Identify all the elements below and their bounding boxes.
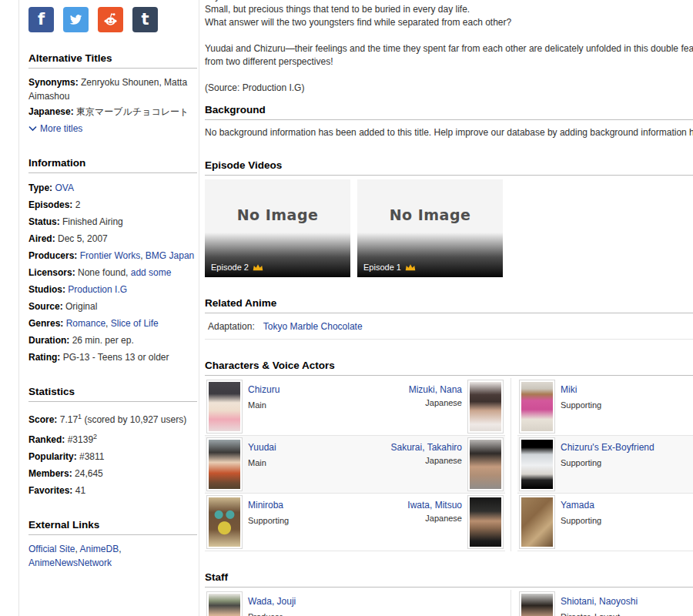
stat-favorites-row: Favorites: 41 xyxy=(28,482,197,499)
info-status-row: Status: Finished Airing xyxy=(28,213,197,230)
synonyms-label: Synonyms: xyxy=(28,77,79,88)
background-text: No background information has been added… xyxy=(205,126,693,139)
character-image-chizuru[interactable] xyxy=(206,380,243,434)
character-image-miki[interactable] xyxy=(519,380,555,434)
stat-popularity-row: Popularity: #3811 xyxy=(28,448,197,465)
staff-image-wada-jouji[interactable] xyxy=(206,591,243,616)
characters-tables: Chizuru Main Mizuki, Nana Japanese Yuuda… xyxy=(205,378,693,551)
voice-actor-name-link[interactable]: Mizuki, Nana xyxy=(409,384,462,395)
producer-link-bmg-japan[interactable]: BMG Japan xyxy=(146,250,194,261)
related-anime-row: Adaptation: Tokyo Marble Chocolate xyxy=(205,316,693,340)
character-image-yuudai[interactable] xyxy=(206,437,243,491)
character-name-link[interactable]: Miniroba xyxy=(248,500,283,511)
genre-link-romance[interactable]: Romance xyxy=(66,318,105,329)
characters-heading: Characters & Voice Actors xyxy=(205,358,693,376)
info-producers-row: Producers: Frontier Works, BMG Japan xyxy=(28,247,197,264)
voice-actor-name-link[interactable]: Sakurai, Takahiro xyxy=(391,442,463,453)
info-aired-row: Aired: Dec 5, 2007 xyxy=(28,230,197,247)
character-image-miniroba[interactable] xyxy=(206,495,243,549)
information-heading: Information xyxy=(28,156,197,173)
twitter-bird-icon xyxy=(69,12,83,27)
tumblr-share-icon[interactable]: t xyxy=(132,7,158,32)
main-content: day... Small, but precious things that t… xyxy=(199,0,693,616)
page-container: f t Alternative Titles Synonyms: Zenryok… xyxy=(18,0,693,616)
episode-videos-heading: Episode Videos xyxy=(205,158,693,176)
character-row-ex-boyfriend: Chizuru's Ex-Boyfriend Supporting xyxy=(517,436,693,494)
info-studios-row: Studios: Production I.G xyxy=(28,281,197,298)
voice-actor-image-iwata-mitsuo[interactable] xyxy=(467,495,504,549)
info-licensors-row: Licensors: None found, add some xyxy=(28,264,197,281)
character-role: Supporting xyxy=(561,516,601,525)
staff-row-wada-jouji: Wada, Jouji Producer xyxy=(205,590,505,616)
staff-table-right: Shiotani, Naoyoshi Director, Layout xyxy=(511,590,693,616)
character-image-ex-boyfriend[interactable] xyxy=(519,437,555,491)
voice-actor-name-link[interactable]: Iwata, Mitsuo xyxy=(407,500,462,511)
character-image-yamada[interactable] xyxy=(519,495,555,549)
character-role: Supporting xyxy=(561,458,654,467)
facebook-share-icon[interactable]: f xyxy=(28,7,54,32)
voice-actor-language: Japanese xyxy=(407,514,462,523)
info-duration-row: Duration: 26 min. per ep. xyxy=(28,332,197,349)
twitter-share-icon[interactable] xyxy=(63,7,89,32)
voice-actor-language: Japanese xyxy=(391,456,463,465)
characters-table-left: Chizuru Main Mizuki, Nana Japanese Yuuda… xyxy=(205,378,505,551)
synopsis-source: (Source: Production I.G) xyxy=(205,82,693,95)
external-links-list: Official Site, AnimeDB, AnimeNewsNetwork xyxy=(28,542,197,570)
statistics-list: Score: 7.171 (scored by 10,927 users) Ra… xyxy=(28,408,197,499)
staff-name-link[interactable]: Wada, Jouji xyxy=(248,596,296,607)
relation-label: Adaptation: xyxy=(208,321,255,332)
chevron-down-icon xyxy=(28,126,37,132)
character-row-chizuru: Chizuru Main Mizuki, Nana Japanese xyxy=(205,378,505,436)
staff-role: Director, Layout xyxy=(561,612,638,616)
official-site-link[interactable]: Official Site xyxy=(28,544,75,554)
genre-link-slice-of-life[interactable]: Slice of Life xyxy=(111,318,159,329)
character-name-link[interactable]: Yamada xyxy=(561,500,594,511)
staff-role: Producer xyxy=(248,612,296,616)
related-anime-link[interactable]: Tokyo Marble Chocolate xyxy=(263,321,363,332)
more-titles-link[interactable]: More titles xyxy=(28,120,82,137)
character-name-link[interactable]: Miki xyxy=(561,384,577,395)
information-list: Type: OVA Episodes: 2 Status: Finished A… xyxy=(28,179,197,366)
character-name-link[interactable]: Chizuru xyxy=(248,384,280,395)
episode-video-thumbnail-2[interactable]: No Image Episode 2 xyxy=(205,179,350,277)
producer-link-frontier-works[interactable]: Frontier Works xyxy=(80,250,140,261)
character-row-miniroba: Miniroba Supporting Iwata, Mitsuo Japane… xyxy=(205,494,505,551)
info-rating-row: Rating: PG-13 - Teens 13 or older xyxy=(28,349,197,366)
staff-image-shiotani-naoyoshi[interactable] xyxy=(519,591,555,616)
voice-actor-image-sakurai-takahiro[interactable] xyxy=(467,437,504,491)
animenewsnetwork-link[interactable]: AnimeNewsNetwork xyxy=(28,557,112,568)
character-row-yamada: Yamada Supporting xyxy=(517,494,693,551)
japanese-label: Japanese: xyxy=(28,106,74,117)
voice-actor-image-mizuki-nana[interactable] xyxy=(467,380,504,434)
staff-heading: Staff xyxy=(205,570,693,588)
episode-videos-list: No Image Episode 2 No Image Episode 1 xyxy=(205,179,693,277)
info-source-row: Source: Original xyxy=(28,298,197,315)
type-link[interactable]: OVA xyxy=(55,182,73,193)
animedb-link[interactable]: AnimeDB xyxy=(79,544,119,554)
crown-icon xyxy=(405,263,416,271)
character-role: Supporting xyxy=(561,400,601,410)
reddit-share-icon[interactable] xyxy=(98,7,123,32)
sidebar: f t Alternative Titles Synonyms: Zenryok… xyxy=(19,0,199,616)
staff-name-link[interactable]: Shiotani, Naoyoshi xyxy=(561,596,638,607)
synopsis: Small, but precious things that tend to … xyxy=(205,3,693,95)
character-row-yuudai: Yuudai Main Sakurai, Takahiro Japanese xyxy=(205,436,505,494)
staff-row-shiotani-naoyoshi: Shiotani, Naoyoshi Director, Layout xyxy=(517,590,693,616)
japanese-title-row: Japanese: 東京マーブルチョコレート xyxy=(28,103,197,120)
studio-link-production-ig[interactable]: Production I.G xyxy=(68,284,127,295)
episode-video-thumbnail-1[interactable]: No Image Episode 1 xyxy=(357,179,503,277)
character-role: Supporting xyxy=(248,516,289,525)
add-some-link[interactable]: add some xyxy=(131,267,172,278)
japanese-value: 東京マーブルチョコレート xyxy=(76,106,189,117)
social-share-bar: f t xyxy=(28,7,197,32)
reddit-alien-icon xyxy=(102,12,119,28)
synopsis-line: What answer will the two youngsters find… xyxy=(205,16,693,29)
episode-video-label: Episode 2 xyxy=(211,263,263,272)
character-name-link[interactable]: Chizuru's Ex-Boyfriend xyxy=(561,442,654,453)
info-episodes-row: Episodes: 2 xyxy=(28,196,197,213)
crown-icon xyxy=(253,263,263,271)
stat-members-row: Members: 24,645 xyxy=(28,465,197,482)
external-links-heading: External Links xyxy=(28,517,197,535)
statistics-heading: Statistics xyxy=(28,384,197,402)
character-name-link[interactable]: Yuudai xyxy=(248,442,276,453)
